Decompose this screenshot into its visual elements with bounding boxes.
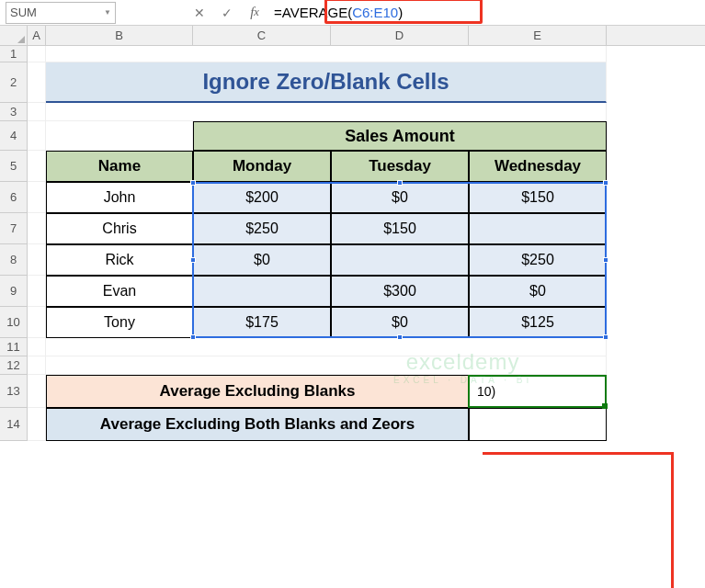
row-header[interactable]: 14 <box>0 408 28 441</box>
formula-input[interactable]: =AVERAGE(C6:E10) <box>268 2 705 24</box>
row-header[interactable]: 6 <box>0 182 28 213</box>
chevron-down-icon[interactable]: ▼ <box>104 8 111 17</box>
name-box-value: SUM <box>10 6 37 19</box>
row-header[interactable]: 5 <box>0 151 28 182</box>
cell[interactable] <box>28 182 46 213</box>
col-header-B[interactable]: B <box>46 26 193 45</box>
cell[interactable] <box>46 356 607 375</box>
row-header[interactable]: 7 <box>0 213 28 244</box>
cell[interactable]: $125 <box>469 307 607 338</box>
cell[interactable]: $0 <box>469 276 607 307</box>
cell[interactable] <box>28 151 46 182</box>
header-tuesday[interactable]: Tuesday <box>331 151 469 182</box>
cell[interactable]: $300 <box>331 276 469 307</box>
cell[interactable] <box>469 213 607 244</box>
cell[interactable] <box>28 338 46 356</box>
avg-blanks-value[interactable]: 10) <box>469 375 607 408</box>
cell[interactable]: $250 <box>469 244 607 276</box>
row-header[interactable]: 3 <box>0 103 28 121</box>
cancel-formula-icon[interactable]: ✕ <box>186 2 213 24</box>
cell[interactable] <box>28 103 46 121</box>
row-header[interactable]: 11 <box>0 338 28 356</box>
cell[interactable] <box>193 276 331 307</box>
cell[interactable]: $150 <box>331 213 469 244</box>
cell[interactable]: $0 <box>193 244 331 276</box>
row-header[interactable]: 10 <box>0 307 28 338</box>
name-box[interactable]: SUM ▼ <box>6 2 116 24</box>
cell-name[interactable]: Chris <box>46 213 193 244</box>
cell-name[interactable]: Tony <box>46 307 193 338</box>
cell[interactable] <box>28 62 46 103</box>
row-header[interactable]: 12 <box>0 356 28 375</box>
cell[interactable] <box>331 244 469 276</box>
formula-bar: SUM ▼ ✕ ✓ fx =AVERAGE(C6:E10) <box>0 0 705 26</box>
header-name[interactable]: Name <box>46 151 193 182</box>
cell[interactable]: $0 <box>331 182 469 213</box>
cell[interactable]: $250 <box>193 213 331 244</box>
cell-name[interactable]: John <box>46 182 193 213</box>
header-sales-amount[interactable]: Sales Amount <box>193 121 607 151</box>
confirm-formula-icon[interactable]: ✓ <box>213 2 241 24</box>
row-header[interactable]: 4 <box>0 121 28 151</box>
cell[interactable]: $200 <box>193 182 331 213</box>
cell[interactable] <box>46 46 607 62</box>
grid: 1 2Ignore Zero/Blank Cells 3 4Sales Amou… <box>0 46 705 441</box>
cell[interactable] <box>28 408 46 441</box>
page-title[interactable]: Ignore Zero/Blank Cells <box>46 62 607 103</box>
cell[interactable] <box>28 356 46 375</box>
select-all-corner[interactable] <box>0 26 28 45</box>
fx-icon[interactable]: fx <box>241 2 268 24</box>
cell[interactable] <box>46 338 607 356</box>
column-headers: A B C D E <box>0 26 705 46</box>
header-monday[interactable]: Monday <box>193 151 331 182</box>
cell[interactable]: $0 <box>331 307 469 338</box>
col-header-E[interactable]: E <box>469 26 607 45</box>
col-header-D[interactable]: D <box>331 26 469 45</box>
row-header[interactable]: 9 <box>0 276 28 307</box>
cell-name[interactable]: Rick <box>46 244 193 276</box>
col-header-C[interactable]: C <box>193 26 331 45</box>
avg-blanks-label[interactable]: Average Excluding Blanks <box>46 375 469 408</box>
cell[interactable] <box>28 307 46 338</box>
cell[interactable] <box>28 375 46 408</box>
col-header-A[interactable]: A <box>28 26 46 45</box>
cell[interactable] <box>28 276 46 307</box>
cell[interactable] <box>28 244 46 276</box>
avg-both-label[interactable]: Average Excluding Both Blanks and Zeors <box>46 408 469 441</box>
cell[interactable]: $150 <box>469 182 607 213</box>
cell-name[interactable]: Evan <box>46 276 193 307</box>
cell[interactable] <box>28 121 46 151</box>
row-header[interactable]: 13 <box>0 375 28 408</box>
row-header[interactable]: 1 <box>0 46 28 62</box>
cell[interactable] <box>28 213 46 244</box>
avg-both-value[interactable] <box>469 408 607 441</box>
row-header[interactable]: 2 <box>0 62 28 103</box>
row-header[interactable]: 8 <box>0 244 28 276</box>
cell[interactable]: $175 <box>193 307 331 338</box>
cell[interactable] <box>46 103 607 121</box>
cell[interactable] <box>28 46 46 62</box>
header-wednesday[interactable]: Wednesday <box>469 151 607 182</box>
cell[interactable] <box>46 121 193 151</box>
